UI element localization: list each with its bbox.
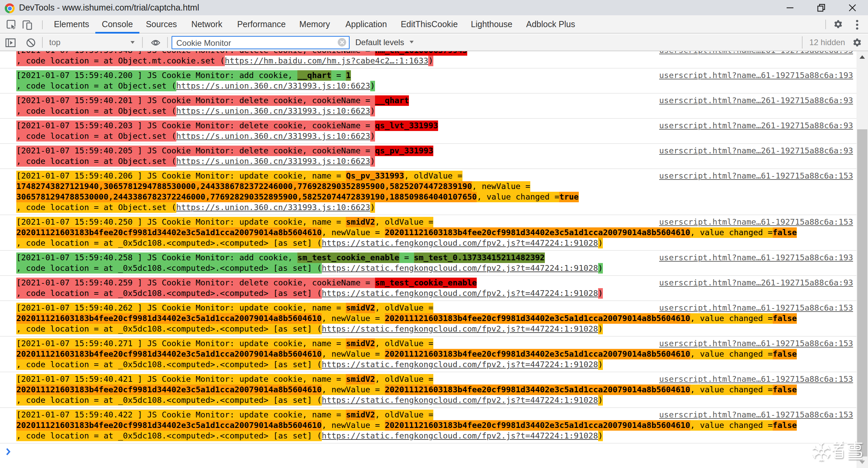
restore-button[interactable] (806, 0, 837, 15)
show-console-sidebar-icon[interactable] (5, 38, 16, 47)
console-url-link[interactable]: https://s.union.360.cn/331993.js:10:6623 (176, 106, 370, 116)
console-url-link[interactable]: https://static.fengkongcloud.com/fpv2.js… (322, 395, 598, 406)
console-text-chip: smidV2 (346, 338, 375, 349)
device-toolbar-icon[interactable] (22, 20, 34, 31)
console-text-base: ) (370, 202, 375, 213)
tab-network[interactable]: Network (191, 15, 222, 33)
console-text-base: , newValue = (322, 420, 385, 431)
chevron-down-icon (410, 41, 414, 43)
message-source-link[interactable]: userscript.html?name…61-192715a88c6a:153 (659, 303, 853, 313)
console-text-chip: 202011121603183b4fee20cf9981d34402e3c5a1… (385, 313, 690, 324)
context-selector-dropdown[interactable]: top (49, 34, 136, 51)
console-text-chip: true (559, 192, 578, 202)
tab-memory[interactable]: Memory (299, 15, 330, 33)
message-source-link[interactable]: userscript.html?name…61-192715a88c6a:153 (659, 338, 853, 349)
console-text-base: [2021-01-07 15:59:40.262 ] JS Cookie Mon… (16, 303, 346, 313)
message-source-link[interactable]: userscript.html?name…61-192715a88c6a:153 (659, 171, 853, 181)
console-text-chip: Qs_pv_331993 (346, 171, 404, 181)
tab-application[interactable]: Application (346, 15, 387, 33)
tab-performance[interactable]: Performance (237, 15, 285, 33)
console-text-chip: sm_test_0.13733415211482392 (414, 252, 545, 263)
clear-console-icon[interactable] (26, 38, 36, 48)
console-text-base: , newValue = (322, 313, 385, 324)
console-url-link[interactable]: https://static.fengkongcloud.com/fpv2.js… (322, 288, 598, 299)
console-text-base: , code location = at _0x5dc108.<computed… (16, 288, 322, 299)
more-options-kebab-icon[interactable] (855, 19, 860, 31)
console-settings-gear-icon[interactable] (852, 38, 862, 48)
console-url-link[interactable]: https://s.union.360.cn/331993.js:10:6623 (176, 81, 370, 91)
arrow-up-icon (860, 55, 865, 59)
console-url-link[interactable]: https://static.fengkongcloud.com/fpv2.js… (322, 359, 598, 370)
console-message-line: 17482743827121940,3065781294788530000,24… (0, 181, 856, 192)
console-text-base: ) (370, 81, 375, 91)
message-source-link[interactable]: userscript.html?name…261-192715a88c6a:93 (659, 120, 853, 131)
console-text-base: , code location = at Object.set ( (16, 202, 176, 213)
console-text-base: ) (370, 106, 375, 116)
console-text-base: , value changed = (690, 313, 773, 324)
create-live-expression-eye-icon[interactable] (151, 39, 160, 46)
console-log: [2021-01-07 15:59:39.948 ] JS Cookie Mon… (0, 51, 856, 468)
console-url-link[interactable]: https://static.fengkongcloud.com/fpv2.js… (322, 263, 598, 274)
message-source-link[interactable]: userscript.html?name…261-192715a88c6a:93 (659, 95, 853, 106)
scrollbar-up-button[interactable] (856, 51, 868, 63)
console-message-add: [2021-01-07 15:59:40.258 ] JS Cookie Mon… (0, 251, 856, 276)
console-text-base: , value changed = (690, 385, 773, 395)
console-url-link[interactable]: https://static.fengkongcloud.com/fpv2.js… (322, 431, 598, 441)
message-source-link[interactable]: userscript.html?name…261-192715a88c6a:93 (659, 146, 853, 156)
tab-sources[interactable]: Sources (146, 15, 177, 33)
message-source-link[interactable]: userscript.html?name…261-192715a88c6a:93 (659, 278, 853, 288)
tab-lighthouse[interactable]: Lighthouse (471, 15, 512, 33)
console-url-link[interactable]: https://hm.baidu.com/hm.js?cabe4c2…:1:16… (225, 56, 429, 66)
console-text-base: , code location = at Object.set ( (16, 81, 176, 91)
tab-editthiscookie[interactable]: EditThisCookie (401, 15, 458, 33)
toolbar-separator (167, 37, 168, 48)
close-x-icon (340, 40, 344, 44)
console-message-line: 202011121603183b4fee20cf9981d34402e3c5a1… (0, 227, 856, 238)
console-message-add: [2021-01-07 15:59:40.200 ] JS Cookie Mon… (0, 69, 856, 94)
console-message-line: , code location = at Object.set (https:/… (0, 156, 856, 167)
settings-gear-icon[interactable] (833, 19, 843, 30)
console-text-chip: 202011121603183b4fee20cf9981d34402e3c5a1… (385, 349, 690, 359)
console-text-chip: __qhart (297, 70, 331, 81)
message-source-link[interactable]: userscript.html?name…61-192715a88c6a:153 (659, 217, 853, 227)
console-text-base: ) (598, 395, 603, 406)
scrollbar-down-button[interactable] (856, 456, 868, 468)
clear-filter-icon[interactable] (338, 38, 346, 46)
console-text-base: [2021-01-07 15:59:40.422 ] JS Cookie Mon… (16, 410, 346, 420)
console-text-base: [2021-01-07 15:59:40.258 ] JS Cookie Mon… (16, 252, 297, 263)
restore-icon (817, 4, 825, 12)
console-text-base: = (331, 70, 346, 81)
console-text-base: , newValue = (472, 181, 530, 192)
console-url-link[interactable]: https://static.fengkongcloud.com/fpv2.js… (322, 238, 598, 248)
tab-console[interactable]: Console (102, 15, 133, 33)
message-source-link[interactable]: userscript.html?name…61-192715a88c6a:153 (659, 410, 853, 420)
message-source-link[interactable]: userscript.html?name…61-192715a88c6a:193 (659, 252, 853, 263)
log-levels-label: Default levels (355, 38, 404, 47)
tab-adblock-plus[interactable]: Adblock Plus (526, 15, 575, 33)
console-message-update: [2021-01-07 15:59:40.262 ] JS Cookie Mon… (0, 301, 856, 337)
console-url-link[interactable]: https://static.fengkongcloud.com/fpv2.js… (322, 324, 598, 334)
vertical-scrollbar[interactable] (856, 51, 868, 468)
chevron-down-icon (131, 41, 135, 44)
console-prompt[interactable] (0, 444, 856, 467)
filter-input[interactable]: Cookie Monitor (172, 36, 350, 49)
minimize-button[interactable] (774, 0, 806, 15)
console-message-line: 202011121603183b4fee20cf9981d34402e3c5a1… (0, 385, 856, 395)
console-text-base: [2021-01-07 15:59:40.200 ] JS Cookie Mon… (16, 70, 297, 81)
message-source-link[interactable]: userscript.html?name…61-192715a88c6a:193 (659, 70, 853, 81)
console-url-link[interactable]: https://s.union.360.cn/331993.js:10:6623 (176, 156, 370, 167)
console-message-line: 202011121603183b4fee20cf9981d34402e3c5a1… (0, 313, 856, 324)
console-text-base: ) (598, 238, 603, 248)
message-source-link[interactable]: userscript.html?name…61-192715a88c6a:153 (659, 374, 853, 385)
inspect-element-icon[interactable] (6, 20, 17, 31)
console-url-link[interactable]: https://s.union.360.cn/331993.js:10:6623 (176, 202, 370, 213)
tab-elements[interactable]: Elements (54, 15, 89, 33)
close-button[interactable] (837, 0, 868, 15)
console-url-link[interactable]: https://s.union.360.cn/331993.js:10:6623 (176, 131, 370, 142)
message-source-link[interactable]: userscript.html?name…261-192715a88c6a:93 (659, 51, 853, 56)
console-text-chip: smidV2 (346, 410, 375, 420)
console-text-base: , value changed = (690, 227, 773, 238)
console-message-update: [2021-01-07 15:59:40.206 ] JS Cookie Mon… (0, 169, 856, 215)
console-text-base: ) (598, 431, 603, 441)
scrollbar-thumb[interactable] (857, 129, 867, 456)
